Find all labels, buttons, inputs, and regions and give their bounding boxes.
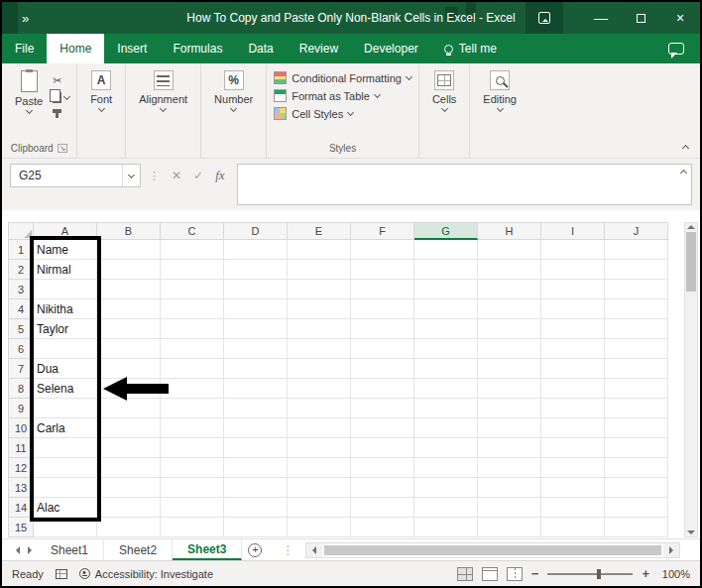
cell-E5[interactable] <box>288 319 351 339</box>
cell-C14[interactable] <box>161 498 224 518</box>
cell-J14[interactable] <box>605 498 668 518</box>
format-painter-button[interactable] <box>53 107 69 113</box>
new-sheet-button[interactable]: + <box>242 539 268 560</box>
cell-I14[interactable] <box>541 498 605 518</box>
page-break-view-button[interactable] <box>507 567 523 581</box>
select-all-corner[interactable] <box>8 222 34 240</box>
cell-B12[interactable] <box>97 458 161 478</box>
name-box[interactable]: G25 <box>10 164 141 187</box>
copy-button[interactable] <box>53 92 69 103</box>
alignment-button[interactable]: Alignment <box>133 68 193 113</box>
cell-I15[interactable] <box>541 518 605 537</box>
row-header-1[interactable]: 1 <box>8 240 34 260</box>
cell-D6[interactable] <box>224 339 288 359</box>
cell-I11[interactable] <box>541 438 605 458</box>
cell-E8[interactable] <box>288 379 351 399</box>
cell-C11[interactable] <box>161 438 224 458</box>
quick-access-toolbar[interactable]: » <box>2 11 30 26</box>
cell-H15[interactable] <box>478 518 541 537</box>
normal-view-button[interactable] <box>457 567 473 581</box>
cancel-button[interactable]: ✕ <box>172 169 181 182</box>
minimize-button[interactable]: — <box>581 2 621 34</box>
cell-H2[interactable] <box>478 260 541 280</box>
cell-J15[interactable] <box>605 518 668 537</box>
close-button[interactable]: × <box>660 2 700 34</box>
cell-F3[interactable] <box>351 280 414 299</box>
cell-H10[interactable] <box>478 418 541 438</box>
sheet-nav-left-icon[interactable] <box>12 539 24 560</box>
column-header-E[interactable]: E <box>288 222 351 240</box>
cell-H1[interactable] <box>478 240 541 260</box>
cell-C15[interactable] <box>161 518 224 537</box>
sheet-nav-right-icon[interactable] <box>24 539 36 560</box>
cell-J10[interactable] <box>605 418 668 438</box>
cell-I13[interactable] <box>541 478 605 498</box>
cell-J11[interactable] <box>605 438 668 458</box>
cell-F13[interactable] <box>351 478 414 498</box>
cells-button[interactable]: Cells <box>426 68 462 113</box>
cell-E9[interactable] <box>288 399 351 418</box>
cell-H8[interactable] <box>478 379 541 399</box>
cell-F11[interactable] <box>351 438 414 458</box>
vertical-scrollbar[interactable] <box>684 222 698 537</box>
cell-B5[interactable] <box>97 319 161 339</box>
cell-B13[interactable] <box>97 478 161 498</box>
cell-B14[interactable] <box>97 498 161 518</box>
cell-C13[interactable] <box>161 478 224 498</box>
cell-A14[interactable]: Alac <box>34 498 97 518</box>
cell-E2[interactable] <box>288 260 351 280</box>
cell-D8[interactable] <box>224 379 288 399</box>
name-box-dropdown[interactable] <box>122 165 140 186</box>
column-header-D[interactable]: D <box>224 222 288 240</box>
row-header-2[interactable]: 2 <box>8 260 34 280</box>
macro-record-icon[interactable] <box>56 569 67 579</box>
tab-tell-me[interactable]: Tell me <box>431 34 510 63</box>
cell-A8[interactable]: Selena <box>34 379 97 399</box>
cell-I2[interactable] <box>541 260 605 280</box>
tab-insert[interactable]: Insert <box>104 34 160 63</box>
cell-F2[interactable] <box>351 260 414 280</box>
column-header-A[interactable]: A <box>34 222 97 240</box>
cell-J4[interactable] <box>605 299 668 319</box>
cell-F14[interactable] <box>351 498 414 518</box>
cell-E3[interactable] <box>288 280 351 299</box>
cell-A5[interactable]: Taylor <box>34 319 97 339</box>
ribbon-display-options-button[interactable] <box>526 2 563 34</box>
cell-J8[interactable] <box>605 379 668 399</box>
cell-E12[interactable] <box>288 458 351 478</box>
cell-F10[interactable] <box>351 418 414 438</box>
row-header-6[interactable]: 6 <box>8 339 34 359</box>
row-header-13[interactable]: 13 <box>8 478 34 498</box>
cell-J3[interactable] <box>605 280 668 299</box>
cell-I1[interactable] <box>541 240 605 260</box>
editing-button[interactable]: Editing <box>477 68 523 113</box>
cell-G14[interactable] <box>414 498 478 518</box>
cell-D10[interactable] <box>224 418 288 438</box>
cell-H5[interactable] <box>478 319 541 339</box>
column-header-G[interactable]: G <box>414 222 478 240</box>
tab-review[interactable]: Review <box>287 34 351 63</box>
cell-D1[interactable] <box>224 240 288 260</box>
row-header-4[interactable]: 4 <box>8 299 34 319</box>
cell-E1[interactable] <box>288 240 351 260</box>
cell-A11[interactable] <box>34 438 97 458</box>
cell-F12[interactable] <box>351 458 414 478</box>
cell-E6[interactable] <box>288 339 351 359</box>
accessibility-status[interactable]: Accessibility: Investigate <box>79 568 213 580</box>
tab-developer[interactable]: Developer <box>351 34 431 63</box>
scroll-right-icon[interactable] <box>663 543 679 557</box>
cell-E11[interactable] <box>288 438 351 458</box>
cell-G12[interactable] <box>414 458 478 478</box>
cell-D15[interactable] <box>224 518 288 537</box>
scroll-down-icon[interactable] <box>687 530 695 538</box>
cell-C4[interactable] <box>161 299 224 319</box>
cell-E14[interactable] <box>288 498 351 518</box>
row-header-5[interactable]: 5 <box>8 319 34 339</box>
cell-G5[interactable] <box>414 319 478 339</box>
column-header-C[interactable]: C <box>161 222 224 240</box>
formula-input[interactable] <box>237 164 692 205</box>
insert-function-button[interactable]: fx <box>215 168 224 183</box>
cell-I8[interactable] <box>541 379 605 399</box>
column-header-I[interactable]: I <box>541 222 605 240</box>
cell-J1[interactable] <box>605 240 668 260</box>
